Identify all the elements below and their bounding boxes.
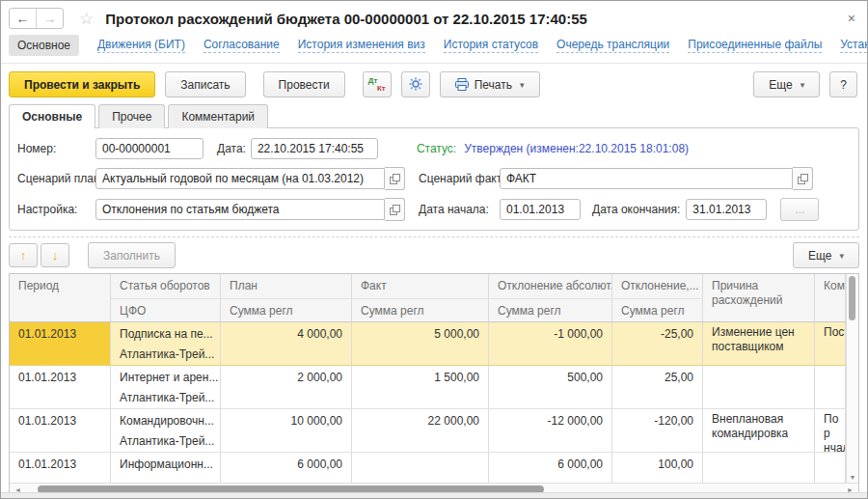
nav-link-attached-files[interactable]: Присоединенные файлы <box>688 38 822 53</box>
cell-dev_abs[interactable]: -1 000,00 <box>489 322 612 365</box>
setting-input[interactable] <box>95 199 385 220</box>
cell-comment[interactable] <box>815 453 846 483</box>
date-input[interactable] <box>251 138 378 159</box>
status-value[interactable]: Утвержден (изменен:22.10.2015 18:01:08) <box>464 142 689 155</box>
cell-dev_pct[interactable]: 100,00 <box>612 453 703 483</box>
fill-button[interactable]: Заполнить <box>88 242 176 268</box>
col-header-plan[interactable]: ПланСумма регл <box>221 274 352 321</box>
post-button[interactable]: Провести <box>263 71 345 97</box>
cell-dev_abs[interactable]: 6 000,00 <box>489 453 612 483</box>
cell-reason[interactable]: Изменение цен поставщиком <box>703 322 815 365</box>
scenario-plan-label: Сценарий план: <box>17 172 95 185</box>
cell-period[interactable]: 01.01.2013 <box>10 453 111 483</box>
down-arrow-icon: ↓ <box>52 248 59 263</box>
tab-other[interactable]: Прочее <box>98 104 165 128</box>
scenario-plan-picker-icon[interactable] <box>385 167 405 190</box>
move-down-button[interactable]: ↓ <box>41 243 69 267</box>
nav-link-visa-change-history[interactable]: История изменения виз <box>298 38 425 53</box>
scroll-down-icon[interactable]: ▼ <box>847 474 858 481</box>
cell-period[interactable]: 01.01.2013 <box>10 322 111 365</box>
grid-more-button[interactable]: Еще ▾ <box>793 242 859 268</box>
back-button[interactable]: ← <box>10 9 37 28</box>
tab-comment[interactable]: Комментарий <box>168 104 268 128</box>
date-label: Дата: <box>217 142 246 155</box>
number-input[interactable] <box>95 138 203 159</box>
post-and-close-button[interactable]: Провести и закрыть <box>9 71 155 97</box>
tab-strip: Основные Прочее Комментарий <box>1 104 867 128</box>
cell-plan[interactable]: 10 000,00 <box>221 409 352 452</box>
tab-main[interactable]: Основные <box>9 104 95 128</box>
help-button[interactable]: ? <box>829 71 857 97</box>
scenario-fact-picker-icon[interactable] <box>793 167 813 190</box>
col-header-dev_pct[interactable]: Отклонение,...Сумма регл <box>612 274 703 321</box>
col-header-period[interactable]: Период <box>10 274 111 321</box>
cell-article[interactable]: Подписка на пе...Атлантика-Трей... <box>111 322 221 365</box>
col-header-fact[interactable]: ФактСумма регл <box>352 274 489 321</box>
date-start-label: Дата начала: <box>419 203 488 216</box>
close-icon[interactable]: × <box>846 11 857 26</box>
forward-button[interactable]: → <box>37 9 63 28</box>
cell-dev_abs[interactable]: 500,00 <box>489 366 612 408</box>
nav-link-set-visas[interactable]: Установленные визы <box>840 38 868 53</box>
cell-comment[interactable]: По р нчал <box>815 409 846 452</box>
nav-item-main[interactable]: Основное <box>9 35 79 56</box>
scenario-fact-label: Сценарий факт: <box>419 172 500 185</box>
number-label: Номер: <box>17 142 95 155</box>
table-row[interactable]: 01.01.2013Командировочн...Атлантика-Трей… <box>10 409 846 453</box>
cell-dev_pct[interactable]: 25,00 <box>612 366 703 408</box>
cell-period[interactable]: 01.01.2013 <box>10 409 111 452</box>
ellipsis-button[interactable]: ... <box>780 198 819 221</box>
vertical-scrollbar-thumb[interactable] <box>849 276 855 320</box>
favorite-star-icon[interactable]: ☆ <box>79 9 94 29</box>
show-postings-button[interactable]: ДтКт <box>363 71 392 97</box>
chevron-down-icon: ▾ <box>800 80 805 90</box>
save-button[interactable]: Записать <box>165 71 245 97</box>
table-row[interactable]: 01.01.2013Информационн...6 000,006 000,0… <box>10 453 846 483</box>
cell-article[interactable]: Командировочн...Атлантика-Трей... <box>111 409 221 452</box>
cell-reason[interactable] <box>703 366 815 408</box>
cell-fact[interactable]: 1 500,00 <box>352 366 489 408</box>
setting-picker-icon[interactable] <box>385 198 405 221</box>
date-start-input[interactable] <box>500 199 581 220</box>
bulb-icon <box>408 77 423 93</box>
move-up-button[interactable]: ↑ <box>9 243 38 267</box>
grid-header: ПериодСтатья оборотовЦФОПланСумма реглФа… <box>10 274 846 322</box>
hint-button[interactable] <box>401 71 430 97</box>
scenario-plan-input[interactable] <box>95 168 385 189</box>
cell-reason[interactable]: Внеплановая командировка <box>703 409 815 452</box>
chevron-down-icon: ▾ <box>520 80 525 90</box>
cell-fact[interactable]: 5 000,00 <box>352 322 489 365</box>
title-bar: ← → ☆ Протокол расхождений бюджета 00-00… <box>1 1 867 32</box>
cell-reason[interactable] <box>703 453 815 483</box>
cell-plan[interactable]: 6 000,00 <box>221 453 352 483</box>
cell-period[interactable]: 01.01.2013 <box>10 366 111 408</box>
table-row[interactable]: 01.01.2013Подписка на пе...Атлантика-Тре… <box>10 322 846 366</box>
cell-dev_pct[interactable]: -120,00 <box>612 409 703 452</box>
col-header-dev_abs[interactable]: Отклонение абсолют...Сумма регл <box>489 274 612 321</box>
col-header-reason[interactable]: Причина расхождений <box>703 274 815 321</box>
nav-link-movements[interactable]: Движения (БИТ) <box>97 38 185 53</box>
setting-label: Настройка: <box>17 203 95 216</box>
cell-dev_abs[interactable]: -12 000,00 <box>489 409 612 452</box>
cell-comment[interactable]: Пост <box>815 322 846 365</box>
cell-plan[interactable]: 4 000,00 <box>221 322 352 365</box>
cell-comment[interactable] <box>815 366 846 408</box>
cell-article[interactable]: Интернет и арен...Атлантика-Трей... <box>111 366 221 408</box>
cell-plan[interactable]: 2 000,00 <box>221 366 352 408</box>
cell-fact[interactable]: 22 000,00 <box>352 409 489 452</box>
table-row[interactable]: 01.01.2013Интернет и арен...Атлантика-Тр… <box>10 366 846 409</box>
col-header-comment[interactable]: Комм <box>815 274 846 321</box>
command-bar: Провести и закрыть Записать Провести ДтК… <box>1 64 867 104</box>
col-header-article[interactable]: Статья оборотовЦФО <box>111 274 221 321</box>
cell-article[interactable]: Информационн... <box>111 453 221 483</box>
cell-dev_pct[interactable]: -25,00 <box>612 322 703 365</box>
nav-link-translation-queue[interactable]: Очередь трансляции <box>556 38 669 53</box>
more-button[interactable]: Еще ▾ <box>753 71 820 97</box>
nav-link-approval[interactable]: Согласование <box>203 38 280 53</box>
cell-fact[interactable] <box>352 453 489 483</box>
nav-link-status-history[interactable]: История статусов <box>444 38 538 53</box>
date-end-input[interactable] <box>686 199 767 220</box>
scenario-fact-input[interactable] <box>500 168 793 189</box>
print-button[interactable]: Печать ▾ <box>440 71 540 97</box>
vertical-scrollbar[interactable]: ▼ <box>846 274 858 483</box>
